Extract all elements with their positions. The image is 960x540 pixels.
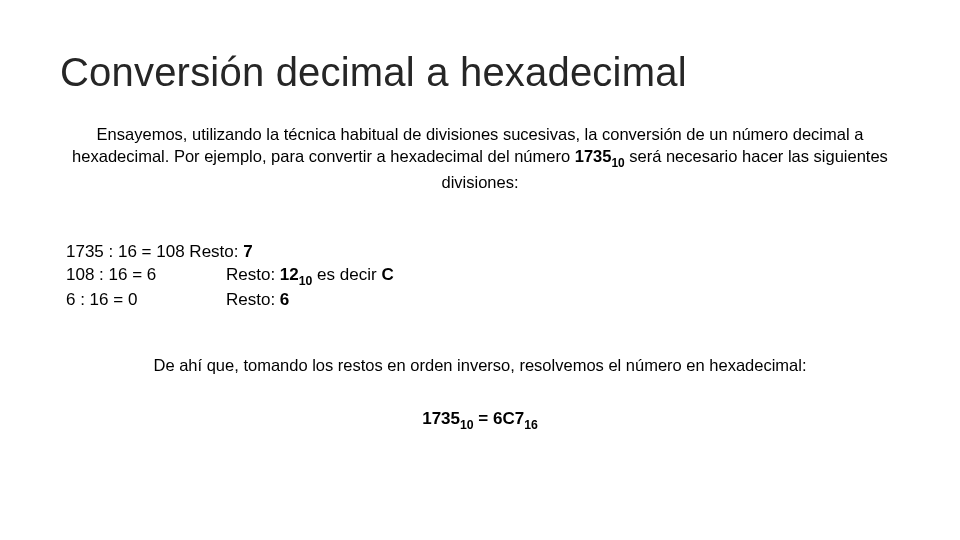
intro-number: 1735 bbox=[575, 147, 612, 165]
conclusion-text: De ahí que, tomando los restos en orden … bbox=[60, 356, 900, 375]
intro-number-sub: 10 bbox=[611, 156, 624, 170]
rest-label-1: Resto: bbox=[185, 242, 244, 261]
division-steps: 1735 : 16 = 108 Resto: 7 108 : 16 = 6Res… bbox=[66, 241, 900, 312]
rest-val-3: 6 bbox=[280, 290, 289, 309]
rest-mid-2: es decir bbox=[312, 265, 381, 284]
rest-label-2: Resto: bbox=[226, 265, 280, 284]
division-row-3: 6 : 16 = 0Resto: 6 bbox=[66, 289, 900, 312]
final-rhs: 6C7 bbox=[493, 409, 524, 428]
intro-paragraph: Ensayemos, utilizando la técnica habitua… bbox=[70, 123, 890, 193]
division-row-1: 1735 : 16 = 108 Resto: 7 bbox=[66, 241, 900, 264]
slide: Conversión decimal a hexadecimal Ensayem… bbox=[0, 0, 960, 540]
final-lhs: 1735 bbox=[422, 409, 460, 428]
page-title: Conversión decimal a hexadecimal bbox=[60, 50, 900, 95]
division-row-2: 108 : 16 = 6Resto: 1210 es decir C bbox=[66, 264, 900, 289]
final-eq: = bbox=[474, 409, 493, 428]
final-equation: 173510 = 6C716 bbox=[60, 409, 900, 431]
eq-3: 6 : 16 = 0 bbox=[66, 289, 226, 312]
rest-val-1: 7 bbox=[243, 242, 252, 261]
final-rhs-sub: 16 bbox=[524, 418, 538, 432]
rest-val-2: 12 bbox=[280, 265, 299, 284]
eq-1: 1735 : 16 = 108 bbox=[66, 241, 185, 264]
rest-val-2-sub: 10 bbox=[299, 274, 313, 288]
rest-label-3: Resto: bbox=[226, 290, 280, 309]
final-lhs-sub: 10 bbox=[460, 418, 474, 432]
rest-letter-2: C bbox=[381, 265, 393, 284]
eq-2: 108 : 16 = 6 bbox=[66, 264, 226, 287]
